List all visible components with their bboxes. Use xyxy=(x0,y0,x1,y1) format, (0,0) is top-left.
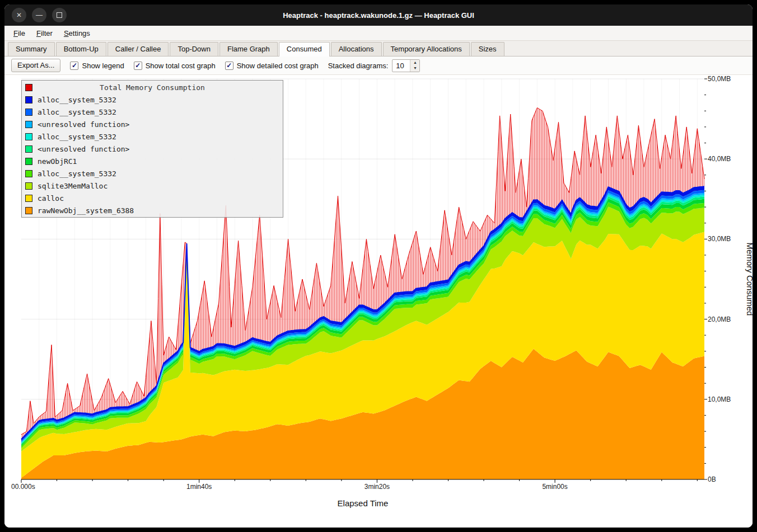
show-legend-checkbox[interactable]: ✓ Show legend xyxy=(70,62,124,70)
svg-text:50,0MB: 50,0MB xyxy=(708,75,731,83)
maximize-icon xyxy=(57,12,62,18)
legend-label: alloc__system_5332 xyxy=(38,96,116,104)
svg-text:5min00s: 5min00s xyxy=(542,483,567,491)
legend-label: calloc xyxy=(38,194,64,203)
legend-label: sqlite3MemMalloc xyxy=(38,182,108,190)
svg-text:0B: 0B xyxy=(708,475,716,483)
legend-swatch xyxy=(25,182,32,190)
stacked-diagrams-spinner[interactable]: 10 ▲ ▼ xyxy=(392,59,420,72)
checkbox-checked-icon: ✓ xyxy=(70,62,78,70)
tab-bar: Summary Bottom-Up Caller / Callee Top-Do… xyxy=(4,41,753,57)
legend-title-row: Total Memory Consumption xyxy=(22,81,283,93)
tab-temporary-allocations[interactable]: Temporary Allocations xyxy=(383,42,470,56)
minimize-button[interactable]: — xyxy=(32,8,46,22)
svg-text:Elapsed Time: Elapsed Time xyxy=(338,498,389,508)
legend-item: calloc xyxy=(22,192,283,204)
tab-top-down[interactable]: Top-Down xyxy=(170,42,218,56)
legend-item: alloc__system_5332 xyxy=(22,130,283,143)
menu-settings[interactable]: Settings xyxy=(58,27,96,39)
legend-swatch xyxy=(25,109,32,116)
legend-swatch xyxy=(25,84,32,91)
menu-filter[interactable]: Filter xyxy=(31,27,58,39)
legend-label: Total Memory Consumption xyxy=(38,83,267,92)
svg-text:20,0MB: 20,0MB xyxy=(708,316,731,323)
legend-item: sqlite3MemMalloc xyxy=(22,180,283,192)
svg-text:00.000s: 00.000s xyxy=(11,483,35,491)
menu-settings-label: Settings xyxy=(64,29,90,37)
svg-text:3min20s: 3min20s xyxy=(365,483,390,491)
legend-item: <unresolved function> xyxy=(22,143,283,155)
legend-label: newObjRC1 xyxy=(38,157,77,166)
tab-caller-callee[interactable]: Caller / Callee xyxy=(108,42,169,56)
svg-text:40,0MB: 40,0MB xyxy=(708,155,731,163)
close-icon: ✕ xyxy=(16,11,22,19)
svg-text:1min40s: 1min40s xyxy=(186,483,212,491)
show-legend-label: Show legend xyxy=(82,62,124,70)
legend-swatch xyxy=(25,145,32,153)
consumed-chart-area[interactable]: 00.000s1min40s3min20s5min00s0B10,0MB20,0… xyxy=(4,75,753,528)
legend-label: alloc__system_5332 xyxy=(38,170,116,178)
legend-swatch xyxy=(25,133,32,140)
checkbox-checked-icon: ✓ xyxy=(134,62,142,70)
legend-item: <unresolved function> xyxy=(22,118,283,130)
tab-bottom-up[interactable]: Bottom-Up xyxy=(56,42,106,56)
svg-text:10,0MB: 10,0MB xyxy=(708,396,731,403)
chart-toolbar: Export As... ✓ Show legend ✓ Show total … xyxy=(4,57,753,75)
minimize-icon: — xyxy=(36,11,43,19)
tab-allocations[interactable]: Allocations xyxy=(331,42,382,56)
legend-label: <unresolved function> xyxy=(38,145,129,153)
legend-swatch xyxy=(25,170,32,177)
legend-swatch xyxy=(25,195,32,202)
checkbox-checked-icon: ✓ xyxy=(225,62,233,70)
heaptrack-window: ✕ — Heaptrack - heaptrack.wakunode.1.gz … xyxy=(4,4,753,528)
legend-label: alloc__system_5332 xyxy=(38,108,116,116)
legend-item: alloc__system_5332 xyxy=(22,167,283,180)
legend-swatch xyxy=(25,121,32,128)
menu-filter-label: Filter xyxy=(36,29,53,37)
legend-item: rawNewObj__system_6388 xyxy=(22,204,283,216)
maximize-button[interactable] xyxy=(52,8,67,22)
legend-swatch xyxy=(25,158,32,165)
chart-legend: Total Memory Consumptionalloc__system_53… xyxy=(21,80,283,218)
legend-label: <unresolved function> xyxy=(38,120,129,129)
spinner-down-icon[interactable]: ▼ xyxy=(410,65,419,72)
export-as-button[interactable]: Export As... xyxy=(11,59,60,72)
stacked-diagrams-label: Stacked diagrams: xyxy=(328,62,389,70)
window-controls: ✕ — xyxy=(12,8,67,22)
menu-file[interactable]: File xyxy=(8,27,31,39)
close-button[interactable]: ✕ xyxy=(12,8,26,22)
tab-sizes[interactable]: Sizes xyxy=(471,42,504,56)
show-total-cost-label: Show total cost graph xyxy=(146,62,216,70)
tab-summary[interactable]: Summary xyxy=(8,42,55,56)
legend-item: alloc__system_5332 xyxy=(22,106,283,118)
show-detailed-cost-label: Show detailed cost graph xyxy=(237,62,319,70)
legend-item: alloc__system_5332 xyxy=(22,93,283,106)
window-title: Heaptrack - heaptrack.wakunode.1.gz — He… xyxy=(283,11,474,20)
show-detailed-cost-checkbox[interactable]: ✓ Show detailed cost graph xyxy=(225,62,319,70)
titlebar[interactable]: ✕ — Heaptrack - heaptrack.wakunode.1.gz … xyxy=(4,4,753,26)
menu-bar: File Filter Settings xyxy=(4,26,753,41)
stacked-diagrams-value: 10 xyxy=(392,60,410,72)
svg-text:30,0MB: 30,0MB xyxy=(708,235,731,243)
legend-item: newObjRC1 xyxy=(22,155,283,167)
legend-swatch xyxy=(25,207,32,214)
show-total-cost-checkbox[interactable]: ✓ Show total cost graph xyxy=(134,62,216,70)
tab-consumed[interactable]: Consumed xyxy=(279,42,330,57)
legend-label: rawNewObj__system_6388 xyxy=(38,206,134,215)
menu-file-label: File xyxy=(13,29,25,37)
legend-label: alloc__system_5332 xyxy=(38,133,116,141)
legend-swatch xyxy=(25,96,32,103)
tab-flame-graph[interactable]: Flame Graph xyxy=(219,42,278,56)
spinner-up-icon[interactable]: ▲ xyxy=(410,60,419,66)
svg-text:Memory Consumed: Memory Consumed xyxy=(745,243,753,316)
